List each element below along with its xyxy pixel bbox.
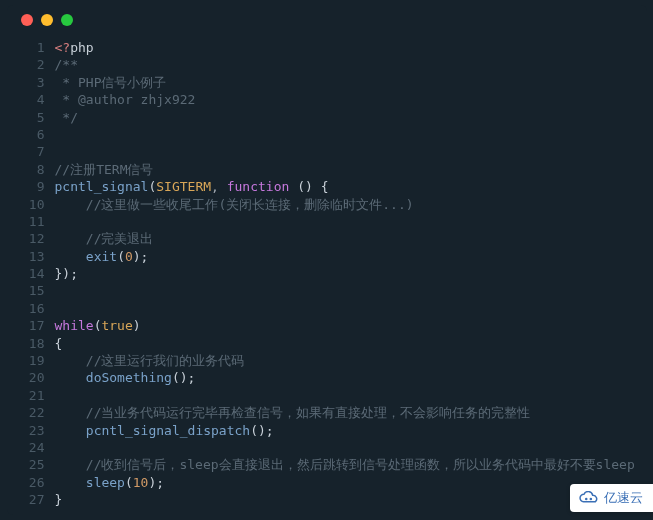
code-line: pcntl_signal_dispatch(); [55, 422, 647, 439]
editor-area: 1234567891011121314151617181920212223242… [7, 35, 647, 509]
line-number: 17 [7, 317, 45, 334]
code-line [55, 300, 647, 317]
code-line [55, 126, 647, 143]
cloud-icon [578, 491, 600, 505]
watermark-text: 亿速云 [604, 489, 643, 507]
svg-point-0 [585, 498, 588, 501]
code-line: sleep(10); [55, 474, 647, 491]
code-line: * PHP信号小例子 [55, 74, 647, 91]
line-number: 16 [7, 300, 45, 317]
line-number: 8 [7, 161, 45, 178]
line-number: 13 [7, 248, 45, 265]
code-line [55, 387, 647, 404]
line-number: 14 [7, 265, 45, 282]
code-line: //当业务代码运行完毕再检查信号，如果有直接处理，不会影响任务的完整性 [55, 404, 647, 421]
line-number: 27 [7, 491, 45, 508]
line-number: 7 [7, 143, 45, 160]
line-number: 11 [7, 213, 45, 230]
svg-point-1 [590, 498, 593, 501]
code-line [55, 213, 647, 230]
code-line [55, 143, 647, 160]
zoom-icon[interactable] [61, 14, 73, 26]
line-number: 15 [7, 282, 45, 299]
line-number: 25 [7, 456, 45, 473]
line-number: 10 [7, 196, 45, 213]
line-number: 1 [7, 39, 45, 56]
minimize-icon[interactable] [41, 14, 53, 26]
close-icon[interactable] [21, 14, 33, 26]
code-line [55, 439, 647, 456]
code-line: } [55, 491, 647, 508]
code-line: { [55, 335, 647, 352]
line-number: 9 [7, 178, 45, 195]
line-number: 4 [7, 91, 45, 108]
line-number: 24 [7, 439, 45, 456]
code-line: //这里做一些收尾工作(关闭长连接，删除临时文件...) [55, 196, 647, 213]
code-line: */ [55, 109, 647, 126]
line-number: 18 [7, 335, 45, 352]
code-content: <?php /** * PHP信号小例子 * @author zhjx922 *… [55, 39, 647, 509]
line-number: 5 [7, 109, 45, 126]
code-line: /** [55, 56, 647, 73]
code-line: pcntl_signal(SIGTERM, function () { [55, 178, 647, 195]
line-number: 23 [7, 422, 45, 439]
code-line: //注册TERM信号 [55, 161, 647, 178]
line-number: 20 [7, 369, 45, 386]
line-number: 26 [7, 474, 45, 491]
line-number: 3 [7, 74, 45, 91]
code-line: //这里运行我们的业务代码 [55, 352, 647, 369]
code-line: <?php [55, 39, 647, 56]
code-line [55, 282, 647, 299]
code-line: //完美退出 [55, 230, 647, 247]
line-gutter: 1234567891011121314151617181920212223242… [7, 39, 55, 509]
titlebar [7, 5, 647, 35]
code-line: //收到信号后，sleep会直接退出，然后跳转到信号处理函数，所以业务代码中最好… [55, 456, 647, 473]
watermark-badge[interactable]: 亿速云 [570, 484, 653, 512]
line-number: 21 [7, 387, 45, 404]
line-number: 12 [7, 230, 45, 247]
code-line: doSomething(); [55, 369, 647, 386]
line-number: 19 [7, 352, 45, 369]
line-number: 22 [7, 404, 45, 421]
code-line: * @author zhjx922 [55, 91, 647, 108]
code-line: exit(0); [55, 248, 647, 265]
code-window: 1234567891011121314151617181920212223242… [7, 5, 647, 515]
line-number: 6 [7, 126, 45, 143]
code-line: while(true) [55, 317, 647, 334]
line-number: 2 [7, 56, 45, 73]
code-line: }); [55, 265, 647, 282]
